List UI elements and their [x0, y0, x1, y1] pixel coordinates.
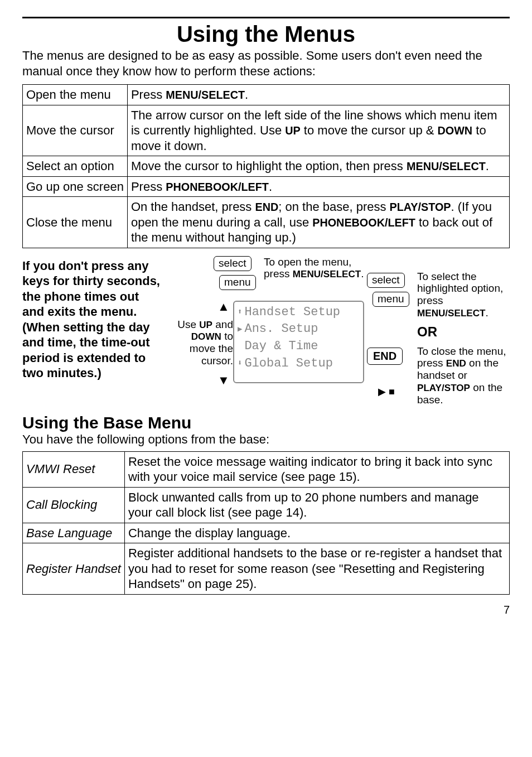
option-name: Register Handset: [23, 543, 125, 595]
table-row: Go up one screen Press PHONEBOOK/LEFT.: [23, 176, 510, 197]
action-desc: Press PHONEBOOK/LEFT.: [127, 176, 509, 197]
option-desc: Reset the voice message waiting indicato…: [124, 451, 509, 487]
actions-table: Open the menu Press MENU/SELECT. Move th…: [22, 84, 510, 248]
option-desc: Change the display language.: [124, 523, 509, 543]
down-arrow-icon: ▼: [217, 373, 230, 388]
action-name: Close the menu: [23, 197, 128, 248]
option-desc: Block unwanted calls from up to 20 phone…: [124, 487, 509, 523]
action-name: Move the cursor: [23, 105, 128, 156]
action-name: Select an option: [23, 156, 128, 177]
or-label: OR: [417, 324, 437, 340]
top-rule: [22, 17, 510, 18]
option-desc: Register additional handsets to the base…: [124, 543, 509, 595]
lcd-item: Handset Setup: [244, 304, 340, 321]
option-name: Call Blocking: [23, 487, 125, 523]
close-menu-note: To close the menu, press END on the hand…: [417, 345, 512, 406]
table-row: Register Handset Register additional han…: [23, 543, 510, 595]
action-desc: On the handset, press END; on the base, …: [127, 197, 509, 248]
intro-paragraph: The menus are designed to be as easy as …: [22, 48, 510, 79]
base-menu-table: VMWI Reset Reset the voice message waiti…: [22, 451, 510, 595]
lcd-item: Day & Time: [244, 338, 318, 355]
table-row: Call Blocking Block unwanted calls from …: [23, 487, 510, 523]
scroll-down-icon: ⬇: [238, 358, 242, 369]
lcd-item: Ans. Setup: [244, 321, 318, 338]
action-name: Open the menu: [23, 85, 128, 105]
up-arrow-icon: ▲: [217, 300, 230, 314]
lcd-screen: ⬆Handset Setup ▶Ans. Setup Day & Time ⬇G…: [233, 301, 364, 383]
updown-note: Use UP and DOWN to move the cursor.: [166, 319, 233, 367]
menu-balloon: menu: [373, 292, 409, 307]
end-balloon: END: [367, 348, 403, 365]
select-balloon: select: [214, 256, 252, 272]
table-row: VMWI Reset Reset the voice message waiti…: [23, 451, 510, 487]
menu-balloon: menu: [219, 275, 256, 291]
table-row: Select an option Move the cursor to high…: [23, 156, 510, 177]
timeout-note: If you don't press any keys for thirty s…: [22, 256, 162, 381]
play-stop-icon: ▶ ■: [378, 385, 395, 398]
select-balloon: select: [367, 273, 405, 288]
table-row: Move the cursor The arrow cursor on the …: [23, 105, 510, 156]
base-menu-heading: Using the Base Menu: [22, 413, 510, 432]
page-number: 7: [22, 604, 510, 616]
option-name: Base Language: [23, 523, 125, 543]
action-desc: The arrow cursor on the left side of the…: [127, 105, 509, 156]
diagram-section: If you don't press any keys for thirty s…: [22, 256, 510, 407]
base-menu-intro: You have the following options from the …: [22, 432, 510, 447]
table-row: Base Language Change the display languag…: [23, 523, 510, 543]
action-name: Go up one screen: [23, 176, 128, 197]
action-desc: Move the cursor to highlight the option,…: [127, 156, 509, 177]
diagram-illustration: select menu To open the menu, press MENU…: [166, 256, 510, 407]
table-row: Open the menu Press MENU/SELECT.: [23, 85, 510, 105]
option-name: VMWI Reset: [23, 451, 125, 487]
lcd-item: Global Setup: [244, 355, 332, 373]
scroll-up-icon: ⬆: [238, 307, 242, 318]
select-option-note: To select the highlighted option, press …: [417, 271, 509, 319]
table-row: Close the menu On the handset, press END…: [23, 197, 510, 248]
action-desc: Press MENU/SELECT.: [127, 85, 509, 105]
open-menu-note: To open the menu, press MENU/SELECT.: [264, 256, 375, 281]
page-title: Using the Menus: [22, 22, 510, 47]
cursor-icon: ▶: [238, 324, 242, 335]
